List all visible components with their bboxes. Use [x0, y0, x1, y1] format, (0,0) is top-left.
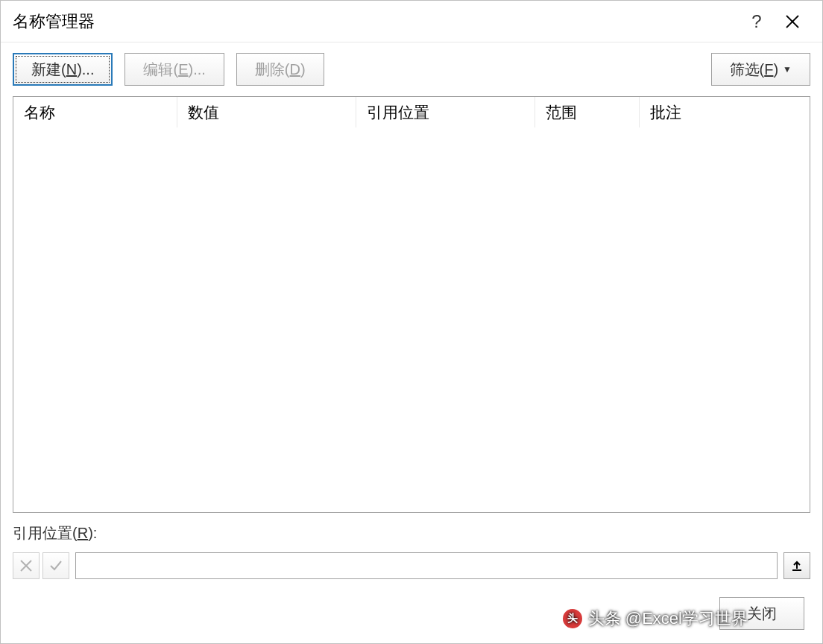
name-manager-dialog: 名称管理器 ? 新建(N)... 编辑(E)... 删除(D) 筛选(F) ▼ … — [0, 0, 823, 644]
toolbar: 新建(N)... 编辑(E)... 删除(D) 筛选(F) ▼ — [1, 42, 822, 96]
table-header-row: 名称 数值 引用位置 范围 批注 — [13, 97, 810, 128]
filter-button[interactable]: 筛选(F) ▼ — [711, 53, 810, 86]
help-button[interactable]: ? — [739, 4, 775, 40]
dialog-footer: 关闭 头 头条 @Excel学习世界 — [1, 584, 822, 643]
titlebar: 名称管理器 ? — [1, 1, 822, 42]
chevron-down-icon: ▼ — [783, 64, 792, 75]
column-header-scope[interactable]: 范围 — [535, 97, 640, 127]
column-header-value[interactable]: 数值 — [177, 97, 356, 127]
names-table[interactable]: 名称 数值 引用位置 范围 批注 — [13, 96, 810, 513]
dialog-title: 名称管理器 — [13, 10, 739, 33]
collapse-dialog-button[interactable] — [783, 552, 810, 579]
check-icon — [49, 559, 63, 572]
close-button[interactable]: 关闭 — [719, 597, 804, 630]
content-area: 名称 数值 引用位置 范围 批注 引用位置(R): — [13, 96, 810, 584]
close-icon — [785, 14, 800, 29]
refers-to-section: 引用位置(R): — [13, 513, 810, 584]
edit-button[interactable]: 编辑(E)... — [124, 53, 224, 86]
refers-to-row — [13, 551, 810, 581]
delete-button[interactable]: 删除(D) — [236, 53, 324, 86]
close-window-button[interactable] — [775, 4, 810, 40]
column-header-name[interactable]: 名称 — [13, 97, 177, 127]
watermark-icon: 头 — [563, 609, 582, 628]
new-button[interactable]: 新建(N)... — [13, 53, 113, 86]
refers-to-input[interactable] — [75, 552, 778, 579]
refers-to-label: 引用位置(R): — [13, 523, 810, 543]
cancel-ref-button[interactable] — [13, 552, 40, 579]
confirm-ref-button[interactable] — [42, 552, 69, 579]
column-header-refers-to[interactable]: 引用位置 — [356, 97, 535, 127]
column-header-comment[interactable]: 批注 — [640, 97, 810, 127]
collapse-icon — [790, 559, 804, 572]
x-icon — [19, 559, 33, 572]
